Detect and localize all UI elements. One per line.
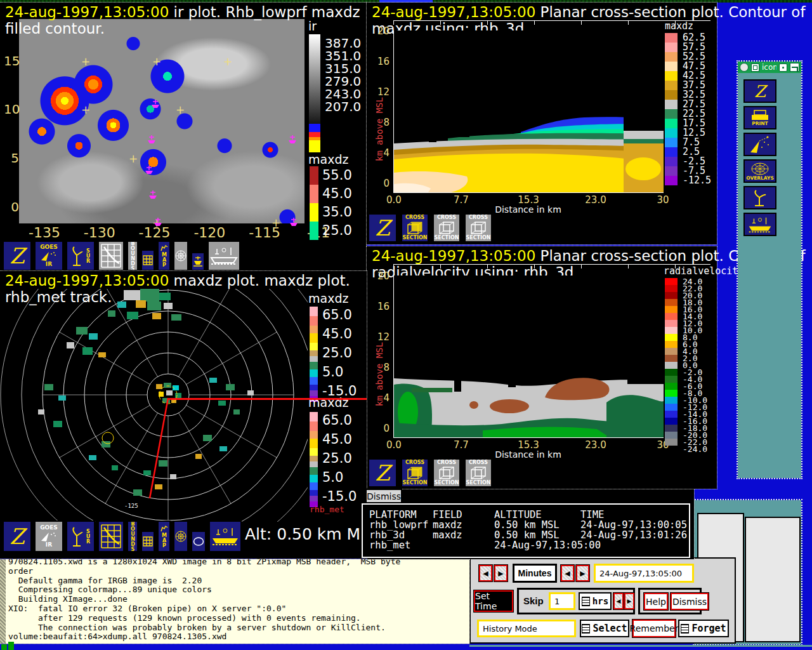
grid-cross-marker: + xyxy=(129,156,138,162)
skip-input[interactable]: 1 xyxy=(549,592,575,610)
buoy-icon xyxy=(193,256,203,267)
polar-web-icon xyxy=(174,249,187,262)
buoy-button[interactable] xyxy=(191,252,205,271)
col-header: PLATFORM xyxy=(369,510,433,520)
polar-web-icon xyxy=(174,530,187,543)
grid-radar-button[interactable] xyxy=(98,241,124,271)
overlays-button[interactable]: OVERLAYS xyxy=(743,159,776,183)
grid-cross-marker: + xyxy=(223,58,232,65)
overlays-grid-button[interactable] xyxy=(173,521,188,552)
skip-back-button[interactable]: ◀ xyxy=(613,593,624,609)
minutes-button[interactable]: Minutes xyxy=(513,564,557,583)
time-input[interactable]: 24-Aug-97,13:05:00 xyxy=(594,564,694,583)
grid-cross-marker: + xyxy=(152,58,161,65)
y-axis-ticks: 201612840 xyxy=(373,272,390,434)
help-button[interactable]: Help xyxy=(644,593,668,610)
printer-icon xyxy=(750,110,769,121)
skip-units-menu[interactable]: hrs xyxy=(579,592,612,610)
terminal-window[interactable]: 970824.1105.xwd is a 812x650 XWD image… xyxy=(0,559,469,644)
terminal-scrollbar[interactable] xyxy=(0,559,6,644)
window-option-button[interactable] xyxy=(779,63,787,72)
ship-icon xyxy=(210,246,238,265)
maxdz-xsec-window: 24-aug-1997,13:05:00 Planar cross-sectio… xyxy=(367,3,717,244)
ship-launcher-button[interactable] xyxy=(743,213,776,236)
ppi-colorbar xyxy=(310,307,318,402)
track-platform-label: rhb_met xyxy=(310,505,344,514)
zebra-tool-button[interactable]: Z xyxy=(368,213,397,242)
radial-contour-field xyxy=(394,275,664,437)
cross-section-button[interactable]: CROSS SECTION xyxy=(433,458,461,488)
time-controller-window: ◀ ▶ Minutes ◀ ▶ 24-Aug-97,13:05:00 Set T… xyxy=(469,557,736,644)
cross-section-button-active[interactable]: CROSS SECTION xyxy=(401,458,429,488)
colorbar-ticks: 65.045.025.05.0-15.0 xyxy=(322,307,357,402)
minutes-forward-button[interactable]: ▶ xyxy=(576,565,589,581)
zebra-tool-button[interactable]: Z xyxy=(3,241,32,271)
colorbar-ticks: 55.045.035.025.0 xyxy=(322,166,352,240)
skip-forward-button[interactable]: ▶ xyxy=(624,593,634,609)
terminal-output: 970824.1105.xwd is a 812x650 XWD image… xyxy=(8,557,400,642)
panel-title: 24-aug-1997,13:05:00 maxdz plot. maxdz p… xyxy=(5,272,350,289)
satellite-image[interactable] xyxy=(19,19,304,223)
remember-button[interactable]: Remember xyxy=(632,620,676,637)
colorbar-ticks: 387.0351.0315.0279.0243.0207.0 xyxy=(325,37,361,113)
zebra-tool-button[interactable]: Z xyxy=(3,521,32,552)
time-step-forward-button[interactable]: ▶ xyxy=(494,565,508,581)
radar-antenna-icon xyxy=(70,526,83,547)
overlays-grid-button[interactable] xyxy=(173,241,188,271)
mini-grid-button[interactable] xyxy=(141,531,155,552)
ship-button[interactable] xyxy=(207,241,240,271)
bounds-button[interactable]: BOUNDS xyxy=(127,521,138,552)
ppi-radar-display[interactable]: -125 xyxy=(0,289,308,522)
window-iconify-button[interactable] xyxy=(751,63,759,72)
window-menu-button[interactable] xyxy=(740,63,749,72)
zebra-launcher-button[interactable]: Z xyxy=(743,79,776,103)
satellite-button[interactable] xyxy=(743,133,776,156)
ship-button[interactable] xyxy=(209,521,242,552)
radar-button[interactable] xyxy=(743,186,776,209)
overlay-dismiss-button[interactable]: Dismiss xyxy=(365,489,402,503)
icon-toolbar-window: icon Z PRINT OVERLAYS xyxy=(738,62,801,478)
forget-button[interactable]: Forget xyxy=(678,620,729,637)
goes-ir-button[interactable]: GOES IR xyxy=(34,241,63,271)
map-button[interactable]: MAP xyxy=(157,241,171,271)
panel-title: 24-aug-1997,13:05:00 Planar cross-sectio… xyxy=(372,4,805,20)
window-close-button[interactable] xyxy=(790,63,799,72)
bounds-button[interactable]: BOUNDS xyxy=(127,241,138,271)
cube-icon xyxy=(470,221,487,235)
table-cell: rhb_3d xyxy=(369,530,433,540)
overlay-times-window: PLATFORM FIELD ALTITUDE TIME rhb_lowprf … xyxy=(362,503,690,558)
print-button[interactable]: PRINT xyxy=(743,106,776,129)
radial-xsec-plot[interactable] xyxy=(393,275,664,438)
cross-section-button[interactable]: CROSS SECTION xyxy=(464,458,492,488)
cross-section-button[interactable]: CROSS SECTION xyxy=(433,213,461,242)
radar-antenna-icon xyxy=(752,189,768,207)
time-step-back-button[interactable]: ◀ xyxy=(479,565,492,581)
desktop-corner-mark xyxy=(1,644,7,650)
ship-track-marker xyxy=(288,135,297,145)
radar-echoes xyxy=(38,289,254,496)
skip-group: Skip 1 hrs ◀ ▶ xyxy=(517,588,635,614)
history-mode-field[interactable]: History Mode xyxy=(477,620,576,637)
ppi-plot-window: -125 24-aug-1997,13:05:00 maxdz plot. ma… xyxy=(0,271,367,559)
grid-radar-icon xyxy=(100,524,122,549)
ellipse-button[interactable] xyxy=(191,531,206,552)
table-cell xyxy=(433,540,494,550)
cross-section-button[interactable]: CROSS SECTION xyxy=(464,213,492,242)
panel-title: 24-aug-1997,13:05:00 ir plot. Rhb_lowprf… xyxy=(5,4,360,20)
grid-radar-button[interactable] xyxy=(98,521,124,552)
ellipse-icon xyxy=(193,537,204,546)
colorbar-ticks: 24.022.020.018.016.014.012.010.08.06.04.… xyxy=(683,278,707,453)
sur-scan-button[interactable]: SUR xyxy=(66,521,95,552)
goes-ir-button[interactable]: GOES IR xyxy=(34,521,63,552)
map-button[interactable]: MAP xyxy=(157,521,171,552)
zebra-tool-button[interactable]: Z xyxy=(368,458,397,488)
maxdz-xsec-plot[interactable] xyxy=(393,30,664,193)
ship-track-marker xyxy=(145,165,154,175)
cross-section-button-active[interactable]: CROSS SECTION xyxy=(401,213,429,242)
sur-scan-button[interactable]: SUR xyxy=(66,241,95,271)
select-button[interactable]: Select xyxy=(580,620,629,637)
dismiss-button[interactable]: Dismiss xyxy=(671,593,709,610)
minutes-back-button[interactable]: ◀ xyxy=(561,565,574,581)
mini-grid-button[interactable] xyxy=(141,249,155,271)
set-time-button[interactable]: Set Time xyxy=(474,590,513,612)
